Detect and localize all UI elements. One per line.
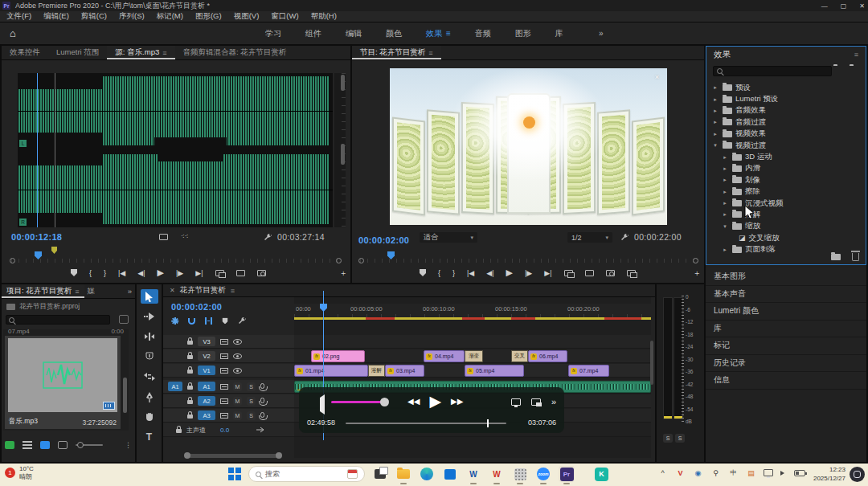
lock-icon[interactable] [187, 355, 193, 359]
delete-icon[interactable] [852, 253, 859, 261]
master-volume-value[interactable]: 0.0 [220, 427, 229, 434]
voiceover-mic-icon[interactable] [260, 412, 264, 418]
razor-tool[interactable] [141, 349, 158, 364]
more-controls-icon[interactable]: » [551, 397, 556, 406]
tree-item-dissolve[interactable]: ▸溶解 [708, 209, 861, 220]
timeline-horizontal-scrollbar[interactable] [187, 454, 279, 458]
tree-item-presets[interactable]: ▸预设 [708, 82, 861, 93]
panel-menu-icon[interactable]: ≡ [162, 49, 166, 57]
weather-widget[interactable]: 1 10°C晴朗 [5, 465, 34, 480]
transition-gradient[interactable]: 渐变 [465, 350, 483, 362]
source-zoom-handle-left[interactable] [10, 258, 15, 263]
program-add-button[interactable]: ＋ [693, 268, 701, 279]
tab-essential-graphics[interactable]: 基本图形 [706, 268, 866, 286]
project-item-partial[interactable]: 07.mp40:00 [8, 329, 124, 335]
pan-icon[interactable] [256, 427, 264, 433]
type-tool[interactable]: T [141, 430, 158, 444]
tree-item-immersive-video[interactable]: ▸沉浸式视频 [708, 198, 861, 209]
tab-effect-controls[interactable]: 效果控件 [2, 46, 48, 59]
sequence-tab[interactable]: 花卉节目赏析 [180, 285, 226, 296]
solo-right-button[interactable]: S [675, 434, 685, 443]
menu-sequence[interactable]: 序列(S) [119, 11, 145, 22]
volume-slider[interactable] [331, 401, 384, 403]
microsoft-store-button[interactable] [442, 466, 458, 482]
menu-graphics[interactable]: 图形(G) [195, 11, 222, 22]
step-back-icon[interactable]: ◀| [137, 269, 145, 277]
sync-lock-icon[interactable] [220, 353, 228, 359]
transition-dissolve[interactable]: 溶解 [368, 365, 385, 377]
tree-item-slide[interactable]: ▸内滑 [708, 163, 861, 174]
fast-forward-button[interactable]: ▶▶ [451, 397, 463, 406]
volume-icon[interactable] [317, 394, 325, 415]
new-bin-icon[interactable] [831, 254, 841, 260]
sync-lock-icon[interactable] [220, 384, 228, 390]
project-search-box[interactable] [6, 315, 110, 325]
drag-audio-icon[interactable]: ⁖⁖ [181, 233, 188, 240]
tree-item-audio-effects[interactable]: ▸音频效果 [708, 105, 861, 116]
workspace-tab-edit[interactable]: 编辑 [346, 28, 362, 39]
tray-v-icon[interactable]: V [675, 468, 686, 478]
tree-item-video-effects[interactable]: ▸视频效果 [708, 129, 861, 140]
nest-indicator-icon[interactable] [171, 317, 178, 325]
menu-view[interactable]: 视图(V) [234, 11, 260, 22]
mute-button[interactable]: M [233, 411, 242, 420]
play-icon[interactable]: ▶ [506, 268, 513, 278]
play-icon[interactable]: ▶ [158, 268, 164, 278]
menu-edit[interactable]: 编辑(E) [43, 11, 69, 22]
solo-button[interactable]: S [247, 397, 256, 406]
overwrite-icon[interactable] [236, 270, 245, 276]
tray-chevron-icon[interactable]: ^ [657, 468, 668, 478]
copilot-button[interactable] [850, 467, 865, 482]
insert-icon[interactable] [215, 270, 224, 276]
menu-clip[interactable]: 剪辑(C) [81, 11, 107, 22]
home-icon[interactable]: ⌂ [10, 27, 16, 39]
tab-lumetri-scopes[interactable]: Lumetri 范围 [48, 46, 107, 59]
maximize-button[interactable]: ▢ [841, 2, 847, 10]
program-scrub-bar[interactable] [360, 253, 696, 263]
source-vscroll-handle[interactable] [341, 144, 345, 165]
panel-overflow-icon[interactable]: » [128, 287, 135, 296]
tray-input-method-icon[interactable]: 中 [728, 468, 739, 478]
tree-item-3d-motion[interactable]: ▸3D 运动 [708, 151, 861, 162]
panel-menu-icon[interactable]: ≡ [428, 49, 432, 57]
lock-icon[interactable] [187, 341, 193, 345]
tab-markers[interactable]: 标记 [706, 337, 866, 355]
tree-item-erase[interactable]: ▸擦除 [708, 186, 861, 198]
sync-lock-icon[interactable] [220, 398, 228, 404]
ripple-edit-tool[interactable] [141, 329, 158, 344]
go-to-in-icon[interactable]: |◀ [118, 269, 125, 277]
mute-button[interactable]: M [233, 397, 242, 406]
workspace-tab-color[interactable]: 颜色 [386, 28, 402, 39]
track-name-v2[interactable]: V2 [198, 351, 215, 361]
tab-program[interactable]: 节目: 花卉节目赏析≡ [352, 46, 441, 59]
playback-resolution-select[interactable]: 1/2▾ [567, 232, 612, 243]
tree-item-cross-zoom[interactable]: ◪交叉缩放 [708, 232, 861, 243]
workspace-tab-audio[interactable]: 音频 [475, 28, 491, 39]
program-video-preview[interactable]: × [390, 68, 667, 225]
zoom-level-select[interactable]: 适合▾ [420, 232, 477, 243]
source-waveform-view[interactable]: L L R R [18, 73, 333, 227]
source-zoom-handle-right[interactable] [336, 258, 342, 263]
wps-button[interactable]: W [489, 466, 505, 482]
menu-help[interactable]: 帮助(H) [311, 11, 337, 22]
step-forward-icon[interactable]: |▶ [176, 269, 183, 277]
tab-lumetri-color[interactable]: Lumetri 颜色 [706, 303, 866, 321]
track-lane-v1[interactable]: fx01.mp4 溶解 fx03.mp4 fx05.mp4 fx07.mp4 [294, 364, 651, 378]
tab-source[interactable]: 源: 音乐.mp3≡ [107, 46, 174, 59]
export-frame-icon[interactable] [257, 270, 266, 276]
workspace-menu-icon[interactable]: ≡ [446, 29, 451, 38]
lock-icon[interactable] [187, 386, 193, 390]
tab-essential-sound[interactable]: 基本声音 [706, 286, 866, 304]
new-custom-bin-icon[interactable] [833, 66, 845, 76]
workspace-tab-assembly[interactable]: 组件 [305, 28, 321, 39]
menu-file[interactable]: 文件(F) [6, 11, 31, 22]
remote-app-button[interactable] [512, 466, 528, 482]
file-explorer-button[interactable] [395, 466, 411, 482]
track-name-v1[interactable]: V1 [198, 366, 215, 375]
clip-06mp4[interactable]: fx06.mp4 [528, 350, 567, 362]
project-scrollbar[interactable] [123, 378, 127, 413]
tray-display-icon[interactable] [764, 469, 773, 476]
tray-speaker-icon[interactable] [780, 471, 787, 476]
comparison-view-icon[interactable] [627, 270, 636, 276]
taskbar-search-box[interactable]: 搜索 [248, 466, 365, 482]
